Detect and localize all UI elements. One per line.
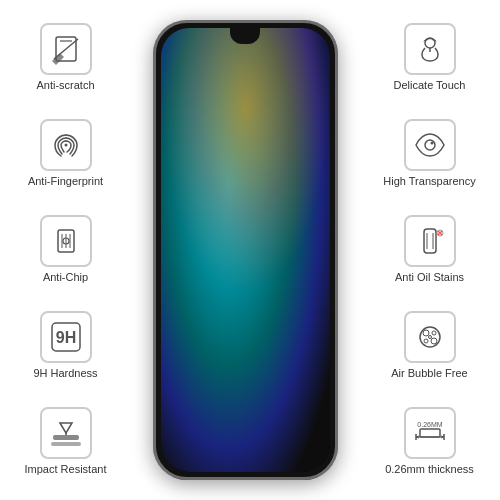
svg-rect-12 — [51, 442, 81, 446]
impact-icon — [48, 415, 84, 451]
anti-fingerprint-icon-box — [40, 119, 92, 171]
eye-icon — [412, 127, 448, 163]
anti-oil-icon-box — [404, 215, 456, 267]
screen-content — [161, 28, 330, 472]
ruler-icon: 0.26MM — [412, 415, 448, 451]
feature-delicate-touch: Delicate Touch — [367, 23, 492, 92]
anti-scratch-label: Anti-scratch — [36, 79, 94, 92]
chip-icon — [48, 223, 84, 259]
9h-icon-box: 9H — [40, 311, 92, 363]
feature-impact-resistant: Impact Resistant — [8, 407, 123, 476]
svg-text:0.26MM: 0.26MM — [417, 421, 442, 428]
main-container: Anti-scratch Anti-Fingerprint — [0, 0, 500, 500]
9h-icon: 9H — [48, 319, 84, 355]
delicate-touch-label: Delicate Touch — [394, 79, 466, 92]
svg-point-3 — [64, 144, 67, 147]
phone-outer — [153, 20, 338, 480]
feature-air-bubble-free: Air Bubble Free — [367, 311, 492, 380]
svg-point-24 — [420, 327, 440, 347]
svg-rect-18 — [424, 229, 436, 253]
anti-oil-stains-label: Anti Oil Stains — [395, 271, 464, 284]
air-bubble-icon-box — [404, 311, 456, 363]
high-transparency-icon-box — [404, 119, 456, 171]
anti-chip-label: Anti-Chip — [43, 271, 88, 284]
feature-anti-scratch: Anti-scratch — [8, 23, 123, 92]
impact-resistant-label: Impact Resistant — [25, 463, 107, 476]
feature-anti-chip: Anti-Chip — [8, 215, 123, 284]
high-transparency-label: High Transparency — [383, 175, 475, 188]
bubble-icon — [412, 319, 448, 355]
phone-screen — [161, 28, 330, 472]
feature-thickness: 0.26MM 0.26mm thickness — [367, 407, 492, 476]
anti-fingerprint-label: Anti-Fingerprint — [28, 175, 103, 188]
phone-wrapper — [123, 10, 367, 490]
9h-hardness-label: 9H Hardness — [33, 367, 97, 380]
svg-text:9H: 9H — [55, 329, 75, 346]
anti-chip-icon-box — [40, 215, 92, 267]
thickness-label: 0.26mm thickness — [385, 463, 474, 476]
thickness-icon-box: 0.26MM — [404, 407, 456, 459]
feature-9h-hardness: 9H 9H Hardness — [8, 311, 123, 380]
feature-high-transparency: High Transparency — [367, 119, 492, 188]
air-bubble-free-label: Air Bubble Free — [391, 367, 467, 380]
delicate-touch-icon-box — [404, 23, 456, 75]
touch-icon — [412, 31, 448, 67]
anti-scratch-icon-box — [40, 23, 92, 75]
svg-point-27 — [424, 339, 428, 343]
svg-point-16 — [425, 140, 435, 150]
svg-rect-11 — [53, 435, 79, 440]
svg-point-17 — [430, 142, 433, 145]
svg-rect-30 — [420, 429, 440, 437]
impact-icon-box — [40, 407, 92, 459]
features-right: Delicate Touch High Transparency — [367, 10, 492, 490]
fingerprint-icon — [48, 127, 84, 163]
features-left: Anti-scratch Anti-Fingerprint — [8, 10, 123, 490]
svg-point-25 — [423, 330, 429, 336]
svg-point-26 — [432, 331, 436, 335]
scratch-icon — [48, 31, 84, 67]
svg-point-28 — [431, 338, 437, 344]
feature-anti-fingerprint: Anti-Fingerprint — [8, 119, 123, 188]
svg-point-29 — [428, 336, 431, 339]
feature-anti-oil-stains: Anti Oil Stains — [367, 215, 492, 284]
anti-oil-icon — [412, 223, 448, 259]
